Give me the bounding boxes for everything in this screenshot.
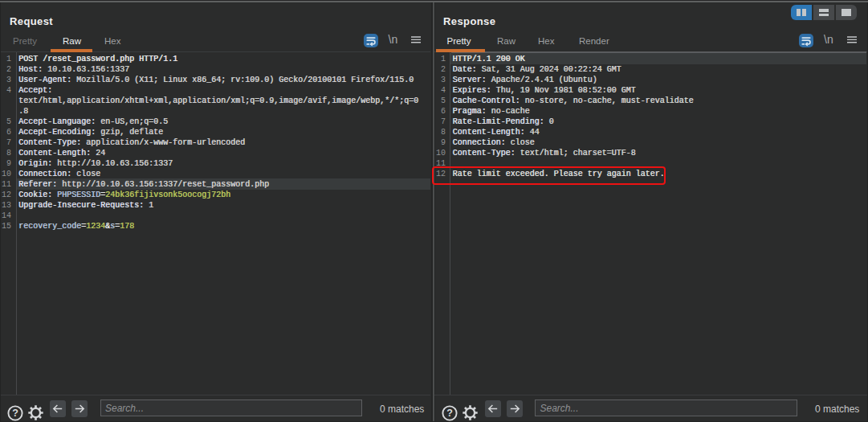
svg-text:?: ? [446,408,453,420]
svg-text:?: ? [13,408,19,420]
